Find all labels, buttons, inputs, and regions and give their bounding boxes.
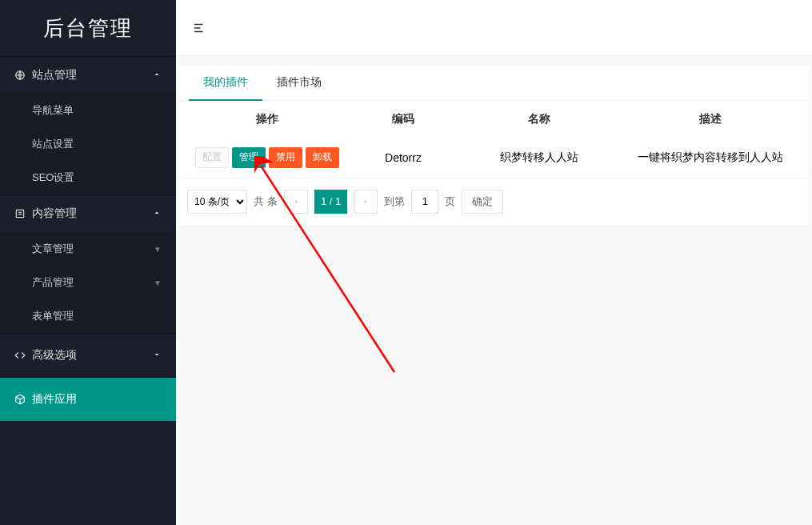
sidebar-item-label: 表单管理 [32, 309, 162, 323]
sidebar-item-label: 站点设置 [32, 137, 162, 151]
sidebar-item-content[interactable]: 内容管理 [0, 195, 176, 232]
sidebar-item-site-settings[interactable]: 站点设置 [0, 127, 176, 161]
page-goto-confirm-button[interactable]: 确定 [462, 190, 503, 214]
uninstall-button[interactable]: 卸载 [306, 147, 339, 168]
page-next-button[interactable] [354, 190, 378, 214]
sidebar-item-label: 导航菜单 [32, 103, 162, 118]
submenu-site: 导航菜单 站点设置 SEO设置 [0, 94, 176, 194]
pager-total-prefix: 共 [254, 194, 264, 209]
globe-icon [14, 70, 32, 81]
file-icon [14, 208, 32, 219]
sidebar-item-products[interactable]: 产品管理 ▼ [0, 266, 176, 299]
th-code: 编码 [347, 112, 459, 126]
menu-group-site: 站点管理 导航菜单 站点设置 SEO设置 [0, 56, 176, 194]
sidebar-item-advanced[interactable]: 高级选项 [0, 334, 176, 377]
chevron-down-icon: ▼ [154, 279, 162, 287]
sidebar-item-label: 产品管理 [32, 275, 154, 290]
page-prev-button[interactable] [284, 190, 308, 214]
sidebar-item-articles[interactable]: 文章管理 ▼ [0, 232, 176, 266]
sidebar-item-plugins[interactable]: 插件应用 [0, 378, 176, 421]
topbar [176, 0, 812, 56]
sidebar-item-label: 高级选项 [32, 348, 150, 363]
th-ops: 操作 [187, 112, 347, 126]
tabs: 我的插件 插件市场 [179, 66, 809, 101]
plugins-table: 操作 编码 名称 描述 配置 管理 禁用 卸载 Detorrz 织梦转移人人站 … [179, 101, 809, 178]
sidebar-item-site[interactable]: 站点管理 [0, 57, 176, 94]
page-current: 1 / 1 [314, 190, 347, 214]
cell-ops: 配置 管理 禁用 卸载 [187, 147, 347, 168]
box-icon [14, 394, 32, 405]
sidebar-item-forms[interactable]: 表单管理 [0, 299, 176, 333]
pagination: 10 条/页 共 条 1 / 1 到第 页 确定 [179, 178, 809, 225]
th-desc: 描述 [619, 112, 801, 126]
sidebar-toggle-icon[interactable] [192, 21, 206, 35]
page-goto-input[interactable] [411, 190, 438, 214]
pager-total-suffix: 条 [267, 194, 278, 209]
sidebar-item-label: 插件应用 [32, 392, 162, 407]
cell-desc: 一键将织梦内容转移到人人站 [619, 150, 801, 165]
chevron-down-icon: ▼ [154, 245, 162, 254]
cell-code: Detorrz [347, 151, 459, 164]
submenu-content: 文章管理 ▼ 产品管理 ▼ 表单管理 [0, 232, 176, 333]
chevron-up-icon [150, 207, 162, 220]
sidebar-item-nav-menu[interactable]: 导航菜单 [0, 94, 176, 127]
menu-group-plugins: 插件应用 [0, 377, 176, 421]
pager-goto-suffix: 页 [445, 194, 455, 209]
disable-button[interactable]: 禁用 [269, 147, 302, 168]
sidebar-item-label: 内容管理 [32, 206, 150, 221]
page-size-select[interactable]: 10 条/页 [187, 190, 247, 214]
content-area: 我的插件 插件市场 操作 编码 名称 描述 配置 管理 禁用 卸载 Detorr… [176, 56, 812, 525]
sidebar-item-label: 文章管理 [32, 242, 154, 256]
sidebar-item-seo-settings[interactable]: SEO设置 [0, 161, 176, 194]
tab-plugin-market[interactable]: 插件市场 [262, 66, 336, 100]
sidebar-item-label: 站点管理 [32, 68, 150, 82]
table-row: 配置 管理 禁用 卸载 Detorrz 织梦转移人人站 一键将织梦内容转移到人人… [179, 138, 809, 178]
chevron-up-icon [150, 69, 162, 82]
manage-button[interactable]: 管理 [232, 147, 266, 168]
app-logo: 后台管理 [0, 0, 176, 56]
sidebar: 后台管理 站点管理 导航菜单 站点设置 SEO设置 [0, 0, 176, 525]
pager-goto-prefix: 到第 [384, 194, 405, 209]
th-name: 名称 [459, 112, 619, 126]
menu-group-advanced: 高级选项 [0, 333, 176, 377]
tab-my-plugins[interactable]: 我的插件 [189, 66, 262, 101]
table-header: 操作 编码 名称 描述 [179, 101, 809, 138]
cell-name: 织梦转移人人站 [459, 150, 619, 165]
menu-group-content: 内容管理 文章管理 ▼ 产品管理 ▼ 表单管理 [0, 194, 176, 333]
code-icon [14, 350, 32, 361]
tabs-card: 我的插件 插件市场 操作 编码 名称 描述 配置 管理 禁用 卸载 Detorr… [179, 66, 809, 225]
sidebar-item-label: SEO设置 [32, 170, 162, 185]
config-button: 配置 [195, 147, 229, 168]
chevron-down-icon [150, 349, 162, 362]
